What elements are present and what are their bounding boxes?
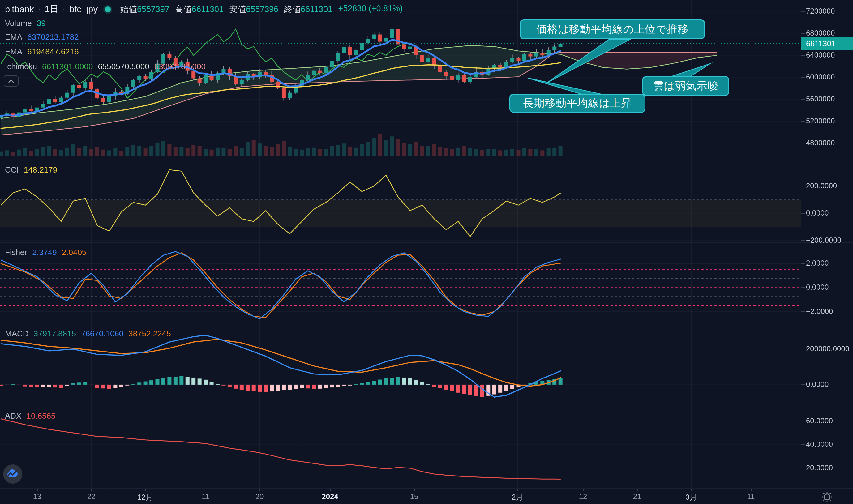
time-label: 21 bbox=[633, 492, 641, 501]
high-value: 6611301 bbox=[192, 5, 224, 14]
macd-legend[interactable]: MACD 37917.8815 76670.1060 38752.2245 bbox=[5, 329, 171, 339]
volume-legend[interactable]: Volume 39 bbox=[5, 19, 46, 28]
ohlc-readout: 始値6557397 高値6611301 安値6557396 終値6611301 … bbox=[120, 4, 403, 15]
collapse-legend-button[interactable] bbox=[4, 75, 19, 87]
time-axis[interactable]: 132212月11202024152月12213月11 bbox=[0, 488, 853, 504]
axis-label: 5600000 bbox=[806, 95, 835, 103]
chart-app: { "header": { "symbol": "bitbank", "sepa… bbox=[0, 0, 853, 504]
open-value: 6557397 bbox=[137, 5, 170, 14]
ichimoku-value-2: 6550570.5000 bbox=[98, 62, 149, 71]
chart-header[interactable]: bitbank · 1日 · btc_jpy 始値6557397 高値66113… bbox=[5, 3, 403, 16]
close-value: 6611301 bbox=[301, 5, 333, 14]
annotation-bearish-cloud[interactable]: 雲は弱気示唆 bbox=[642, 76, 729, 96]
axis-label: 4800000 bbox=[806, 139, 835, 147]
axis-label: 0.0000 bbox=[806, 209, 829, 217]
time-label: 11 bbox=[747, 492, 755, 501]
time-label: 15 bbox=[410, 492, 419, 501]
low-value: 6557396 bbox=[246, 5, 278, 14]
axis-label: 5200000 bbox=[806, 116, 835, 125]
macd-hist-value: 37917.8815 bbox=[34, 329, 76, 339]
ema-fast-legend[interactable]: EMA 6370213.1782 bbox=[5, 33, 79, 42]
axis-label: 20.0000 bbox=[806, 464, 833, 472]
fisher-trigger-value: 2.0405 bbox=[62, 248, 87, 257]
axis-label: 200000.0000 bbox=[806, 344, 849, 353]
cci-legend[interactable]: CCI 148.2179 bbox=[5, 165, 57, 175]
ichimoku-value-3: 6309019.5000 bbox=[154, 62, 206, 71]
header-separator: · bbox=[63, 5, 65, 14]
interval-selector[interactable]: 1日 bbox=[45, 3, 58, 16]
axis-label: 6000000 bbox=[806, 73, 835, 81]
ichimoku-value-1: 6611301.0000 bbox=[42, 62, 93, 71]
ema-slow-value: 6194847.6216 bbox=[27, 47, 78, 57]
macd-signal-value: 38752.2245 bbox=[128, 329, 171, 339]
time-label: 12 bbox=[579, 492, 587, 501]
symbol-name[interactable]: bitbank bbox=[5, 4, 34, 15]
connection-status-icon bbox=[105, 6, 111, 12]
cloud-chart-icon bbox=[6, 467, 19, 481]
time-label: 12月 bbox=[137, 492, 153, 502]
settings-button[interactable] bbox=[820, 491, 834, 503]
fisher-legend[interactable]: Fisher 2.3749 2.0405 bbox=[5, 248, 86, 257]
macd-line-value: 76670.1060 bbox=[81, 329, 123, 339]
axis-label: 7200000 bbox=[806, 7, 835, 16]
axis-label: 0.0000 bbox=[806, 283, 829, 292]
annotation-long-ma-rising[interactable]: 長期移動平均線は上昇 bbox=[509, 94, 645, 113]
cci-value: 148.2179 bbox=[24, 165, 57, 175]
fisher-value: 2.3749 bbox=[32, 248, 57, 257]
time-label: 3月 bbox=[686, 492, 697, 502]
header-separator: · bbox=[38, 5, 41, 14]
axis-label: −200.0000 bbox=[806, 236, 841, 245]
axis-label: 6400000 bbox=[806, 51, 835, 59]
time-label: 13 bbox=[33, 492, 41, 501]
time-label: 20 bbox=[255, 492, 264, 501]
volume-value: 39 bbox=[37, 19, 46, 28]
ichimoku-legend[interactable]: Ichimoku 6611301.0000 6550570.5000 63090… bbox=[5, 62, 206, 71]
change-value: +52830 (+0.81%) bbox=[338, 4, 403, 15]
axis-label: 2.0000 bbox=[806, 259, 829, 268]
time-label: 2024 bbox=[322, 492, 338, 501]
time-label: 11 bbox=[202, 492, 210, 501]
time-label: 2月 bbox=[512, 492, 523, 502]
ema-fast-value: 6370213.1782 bbox=[27, 33, 78, 42]
platform-logo[interactable] bbox=[3, 464, 22, 484]
annotation-price-above-ma[interactable]: 価格は移動平均線の上位で推移 bbox=[520, 19, 705, 39]
time-label: 22 bbox=[87, 492, 95, 501]
price-axis[interactable]: 7200000680000064000006000000560000052000… bbox=[801, 0, 853, 488]
axis-label: 0.0000 bbox=[806, 380, 829, 389]
axis-label: 200.0000 bbox=[806, 181, 837, 190]
ema-slow-legend[interactable]: EMA 6194847.6216 bbox=[5, 47, 79, 57]
axis-label: 60.0000 bbox=[806, 416, 833, 425]
chevron-up-icon bbox=[8, 79, 14, 83]
chart-canvas[interactable] bbox=[0, 0, 853, 504]
adx-value: 10.6565 bbox=[26, 411, 55, 421]
gear-icon bbox=[821, 491, 833, 503]
axis-label: 6800000 bbox=[806, 29, 835, 37]
adx-legend[interactable]: ADX 10.6565 bbox=[5, 411, 55, 421]
last-price-tag: 6611301 bbox=[801, 37, 853, 50]
axis-label: 40.0000 bbox=[806, 440, 833, 449]
axis-label: −2.0000 bbox=[806, 307, 833, 316]
pair-name[interactable]: btc_jpy bbox=[69, 4, 98, 15]
